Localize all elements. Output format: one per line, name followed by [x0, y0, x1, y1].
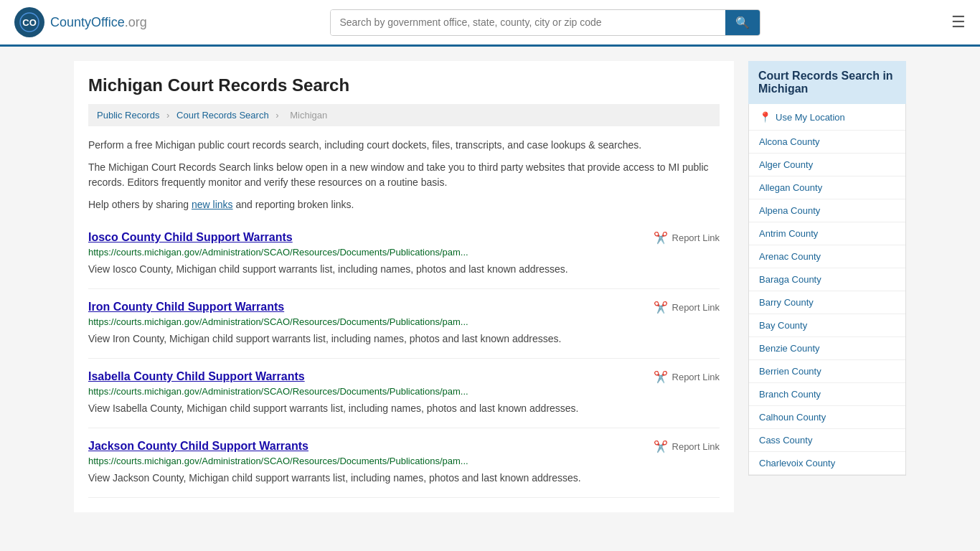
county-list-item: Bay County	[749, 314, 905, 337]
search-input[interactable]	[331, 10, 725, 35]
county-list-item: Antrim County	[749, 222, 905, 245]
sidebar-county-benzie-county[interactable]: Benzie County	[749, 337, 905, 359]
result-url-1: https://courts.michigan.gov/Administrati…	[88, 316, 720, 327]
sidebar-county-alger-county[interactable]: Alger County	[749, 154, 905, 176]
report-link-3[interactable]: ✂️ Report Link	[654, 440, 720, 453]
new-links-link[interactable]: new links	[192, 199, 233, 210]
county-list-item: Barry County	[749, 291, 905, 314]
county-list: Alcona CountyAlger CountyAllegan CountyA…	[749, 131, 905, 475]
logo[interactable]: CO CountyOffice.org	[14, 7, 147, 37]
sidebar-county-allegan-county[interactable]: Allegan County	[749, 176, 905, 199]
sidebar-county-charlevoix-county[interactable]: Charlevoix County	[749, 452, 905, 474]
county-list-item: Calhoun County	[749, 406, 905, 429]
result-title-0[interactable]: Iosco County Child Support Warrants	[88, 231, 293, 244]
logo-text: CountyOffice.org	[50, 15, 147, 30]
county-list-item: Alpena County	[749, 199, 905, 222]
result-item: Iosco County Child Support Warrants ✂️ R…	[88, 220, 720, 289]
result-title-3[interactable]: Jackson County Child Support Warrants	[88, 440, 308, 453]
sidebar-title: Court Records Search in Michigan	[748, 61, 906, 104]
report-link-0[interactable]: ✂️ Report Link	[654, 231, 720, 245]
report-icon-1: ✂️	[654, 301, 668, 314]
county-list-item: Cass County	[749, 429, 905, 452]
description-3: Help others by sharing new links and rep…	[88, 197, 720, 212]
county-list-item: Alcona County	[749, 131, 905, 154]
sidebar-county-berrien-county[interactable]: Berrien County	[749, 360, 905, 382]
menu-icon[interactable]: ☰	[951, 13, 966, 32]
logo-icon: CO	[14, 7, 44, 37]
county-list-item: Allegan County	[749, 176, 905, 199]
page-header: CO CountyOffice.org 🔍 ☰	[0, 0, 980, 47]
report-icon-0: ✂️	[654, 231, 668, 245]
sidebar-county-calhoun-county[interactable]: Calhoun County	[749, 406, 905, 428]
search-button[interactable]: 🔍	[725, 10, 760, 35]
result-item: Iron County Child Support Warrants ✂️ Re…	[88, 289, 720, 359]
result-item: Isabella County Child Support Warrants ✂…	[88, 359, 720, 428]
description-1: Perform a free Michigan public court rec…	[88, 138, 720, 153]
content-area: Michigan Court Records Search Public Rec…	[74, 61, 734, 512]
results-list: Iosco County Child Support Warrants ✂️ R…	[88, 220, 720, 498]
county-list-item: Charlevoix County	[749, 452, 905, 475]
use-location-button[interactable]: 📍 Use My Location	[749, 104, 905, 131]
result-url-0: https://courts.michigan.gov/Administrati…	[88, 247, 720, 258]
sidebar-county-bay-county[interactable]: Bay County	[749, 314, 905, 336]
result-title-1[interactable]: Iron County Child Support Warrants	[88, 301, 284, 314]
sidebar-county-barry-county[interactable]: Barry County	[749, 291, 905, 314]
sidebar-county-baraga-county[interactable]: Baraga County	[749, 268, 905, 291]
county-list-item: Benzie County	[749, 337, 905, 360]
result-url-2: https://courts.michigan.gov/Administrati…	[88, 386, 720, 397]
description-2: The Michigan Court Records Search links …	[88, 160, 720, 190]
result-desc-3: View Jackson County, Michigan child supp…	[88, 471, 720, 486]
breadcrumb-michigan: Michigan	[290, 110, 327, 121]
sidebar-county-cass-county[interactable]: Cass County	[749, 429, 905, 451]
result-desc-1: View Iron County, Michigan child support…	[88, 331, 720, 347]
report-link-2[interactable]: ✂️ Report Link	[654, 370, 720, 384]
svg-text:CO: CO	[22, 17, 37, 28]
result-desc-2: View Isabella County, Michigan child sup…	[88, 401, 720, 416]
county-list-item: Baraga County	[749, 268, 905, 291]
result-desc-0: View Iosco County, Michigan child suppor…	[88, 262, 720, 277]
sidebar-county-antrim-county[interactable]: Antrim County	[749, 222, 905, 245]
county-list-item: Branch County	[749, 383, 905, 406]
pin-icon: 📍	[759, 111, 771, 123]
report-icon-2: ✂️	[654, 370, 668, 384]
result-url-3: https://courts.michigan.gov/Administrati…	[88, 456, 720, 466]
result-title-2[interactable]: Isabella County Child Support Warrants	[88, 370, 305, 383]
sidebar: Court Records Search in Michigan 📍 Use M…	[748, 61, 906, 512]
report-link-1[interactable]: ✂️ Report Link	[654, 301, 720, 314]
sidebar-content: 📍 Use My Location Alcona CountyAlger Cou…	[748, 104, 906, 476]
page-title: Michigan Court Records Search	[88, 75, 720, 95]
county-list-item: Alger County	[749, 154, 905, 176]
sidebar-county-branch-county[interactable]: Branch County	[749, 383, 905, 405]
search-bar: 🔍	[330, 9, 760, 36]
report-icon-3: ✂️	[654, 440, 668, 453]
breadcrumb-public-records[interactable]: Public Records	[97, 110, 159, 121]
sidebar-county-alpena-county[interactable]: Alpena County	[749, 199, 905, 222]
sidebar-county-arenac-county[interactable]: Arenac County	[749, 245, 905, 268]
breadcrumb: Public Records › Court Records Search › …	[88, 104, 720, 126]
breadcrumb-court-records[interactable]: Court Records Search	[176, 110, 269, 121]
county-list-item: Berrien County	[749, 360, 905, 383]
county-list-item: Arenac County	[749, 245, 905, 268]
main-container: Michigan Court Records Search Public Rec…	[60, 47, 920, 527]
sidebar-county-alcona-county[interactable]: Alcona County	[749, 131, 905, 153]
result-item: Jackson County Child Support Warrants ✂️…	[88, 428, 720, 498]
